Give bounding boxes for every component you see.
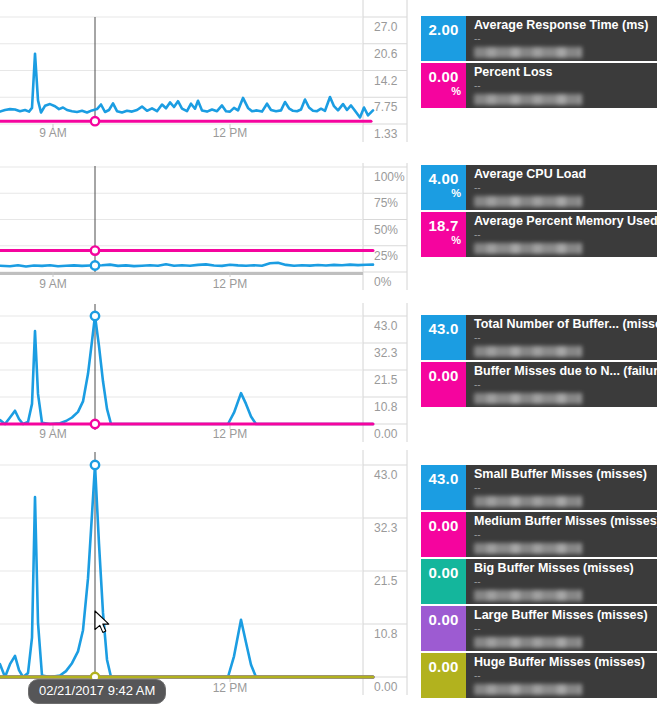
legend-item-body: Average Response Time (ms)--	[466, 16, 657, 61]
metric-value: 0.00	[429, 564, 459, 581]
crosshair-tooltip: 02/21/2017 9:42 AM	[28, 679, 166, 704]
masked-node-name	[474, 196, 582, 207]
legend-item[interactable]: 43.0Total Number of Buffer... (misses)--	[421, 315, 657, 360]
svg-text:27.0: 27.0	[374, 20, 398, 34]
metric-title: Small Buffer Misses (misses)	[474, 467, 657, 481]
legend-item[interactable]: 0.00%Percent Loss--	[421, 63, 657, 108]
masked-node-name	[474, 637, 582, 648]
legend-value-badge: 43.0	[421, 315, 466, 360]
legend-value-badge: 0.00	[421, 653, 466, 698]
svg-text:9 AM: 9 AM	[39, 126, 66, 140]
svg-text:20.6: 20.6	[374, 47, 398, 61]
svg-text:0.00: 0.00	[374, 427, 398, 441]
metric-title: Medium Buffer Misses (misses)	[474, 514, 657, 528]
masked-node-name	[474, 684, 582, 695]
metric-subtitle: --	[474, 577, 657, 586]
svg-text:0.00: 0.00	[374, 680, 398, 694]
metric-unit: %	[451, 187, 461, 199]
svg-text:21.5: 21.5	[374, 574, 398, 588]
metric-value: 0.00	[429, 658, 459, 675]
legend-item[interactable]: 0.00Huge Buffer Misses (misses)--	[421, 653, 657, 698]
metric-value: 0.00	[429, 68, 459, 85]
masked-node-name	[474, 496, 582, 507]
legend-item[interactable]: 2.00Average Response Time (ms)--	[421, 16, 657, 61]
svg-text:0%: 0%	[374, 275, 392, 289]
svg-text:9 AM: 9 AM	[39, 277, 66, 291]
legend-item[interactable]: 0.00Large Buffer Misses (misses)--	[421, 606, 657, 651]
metric-title: Huge Buffer Misses (misses)	[474, 655, 657, 669]
legend-item[interactable]: 4.00%Average CPU Load--	[421, 165, 657, 210]
metric-title: Average CPU Load	[474, 167, 657, 181]
metric-value: 43.0	[429, 470, 459, 487]
svg-text:21.5: 21.5	[374, 373, 398, 387]
legend-item-body: Large Buffer Misses (misses)--	[466, 606, 657, 651]
legend-item-body: Total Number of Buffer... (misses)--	[466, 315, 657, 360]
metric-subtitle: --	[474, 530, 657, 539]
metric-value: 0.00	[429, 367, 459, 384]
legend-item-body: Big Buffer Misses (misses)--	[466, 559, 657, 604]
metric-subtitle: --	[474, 671, 657, 680]
chart-response-time-loss[interactable]: 27.020.614.27.751.339 AM12 PM	[0, 0, 407, 142]
svg-text:1.33: 1.33	[374, 127, 398, 141]
legend-item[interactable]: 0.00Medium Buffer Misses (misses)--	[421, 512, 657, 557]
svg-text:7.75: 7.75	[374, 100, 398, 114]
legend-value-badge: 0.00%	[421, 63, 466, 108]
metric-subtitle: --	[474, 483, 657, 492]
chart-buffer-total[interactable]: 43.032.321.510.80.009 AM12 PM	[0, 303, 407, 442]
legend-item-body: Small Buffer Misses (misses)--	[466, 465, 657, 510]
masked-node-name	[474, 243, 582, 254]
metric-unit: %	[451, 234, 461, 246]
legend-value-badge: 0.00	[421, 559, 466, 604]
masked-node-name	[474, 393, 582, 404]
svg-text:9 AM: 9 AM	[39, 427, 66, 441]
svg-text:14.2: 14.2	[374, 74, 398, 88]
legend-item-body: Huge Buffer Misses (misses)--	[466, 653, 657, 698]
svg-text:12 PM: 12 PM	[213, 427, 248, 441]
svg-text:12 PM: 12 PM	[213, 126, 248, 140]
monitoring-dashboard: 27.020.614.27.751.339 AM12 PM 100%75%50%…	[0, 0, 657, 706]
metric-title: Average Percent Memory Used	[474, 214, 657, 228]
masked-node-name	[474, 94, 582, 105]
metric-value: 4.00	[429, 170, 459, 187]
legend-item[interactable]: 18.7%Average Percent Memory Used--	[421, 212, 657, 257]
legend-value-badge: 2.00	[421, 16, 466, 61]
legend-item-body: Buffer Misses due to N... (failures)--	[466, 362, 657, 407]
legend-item[interactable]: 0.00Big Buffer Misses (misses)--	[421, 559, 657, 604]
svg-text:25%: 25%	[374, 249, 398, 263]
chart-buffer-breakdown[interactable]: 43.032.321.510.80.009 AM12 PM	[0, 450, 407, 695]
svg-text:32.3: 32.3	[374, 346, 398, 360]
svg-text:12 PM: 12 PM	[213, 277, 248, 291]
metric-value: 0.00	[429, 611, 459, 628]
metric-subtitle: --	[474, 624, 657, 633]
svg-text:100%: 100%	[374, 170, 405, 184]
legend-value-badge: 0.00	[421, 362, 466, 407]
charts-canvas: 27.020.614.27.751.339 AM12 PM 100%75%50%…	[0, 0, 420, 706]
metric-title: Percent Loss	[474, 65, 657, 79]
metric-value: 18.7	[429, 217, 459, 234]
masked-node-name	[474, 346, 582, 357]
legend-item[interactable]: 0.00Buffer Misses due to N... (failures)…	[421, 362, 657, 407]
svg-text:10.8: 10.8	[374, 400, 398, 414]
masked-node-name	[474, 47, 582, 58]
legend-item-body: Percent Loss--	[466, 63, 657, 108]
metric-value: 0.00	[429, 517, 459, 534]
legend-item-body: Average Percent Memory Used--	[466, 212, 657, 257]
masked-node-name	[474, 590, 582, 601]
svg-text:32.3: 32.3	[374, 521, 398, 535]
legend-item[interactable]: 43.0Small Buffer Misses (misses)--	[421, 465, 657, 510]
metric-title: Average Response Time (ms)	[474, 18, 657, 32]
legend-item-body: Average CPU Load--	[466, 165, 657, 210]
svg-text:12 PM: 12 PM	[213, 681, 248, 695]
metric-value: 2.00	[429, 21, 459, 38]
legend-item-body: Medium Buffer Misses (misses)--	[466, 512, 657, 557]
legend-value-badge: 0.00	[421, 512, 466, 557]
svg-text:50%: 50%	[374, 223, 398, 237]
metric-subtitle: --	[474, 183, 657, 192]
legend-value-badge: 18.7%	[421, 212, 466, 257]
legend-value-badge: 43.0	[421, 465, 466, 510]
metric-title: Total Number of Buffer... (misses)	[474, 317, 657, 331]
chart-cpu-memory[interactable]: 100%75%50%25%0%9 AM12 PM	[0, 163, 407, 291]
metric-subtitle: --	[474, 230, 657, 239]
legend-value-badge: 4.00%	[421, 165, 466, 210]
metric-subtitle: --	[474, 333, 657, 342]
